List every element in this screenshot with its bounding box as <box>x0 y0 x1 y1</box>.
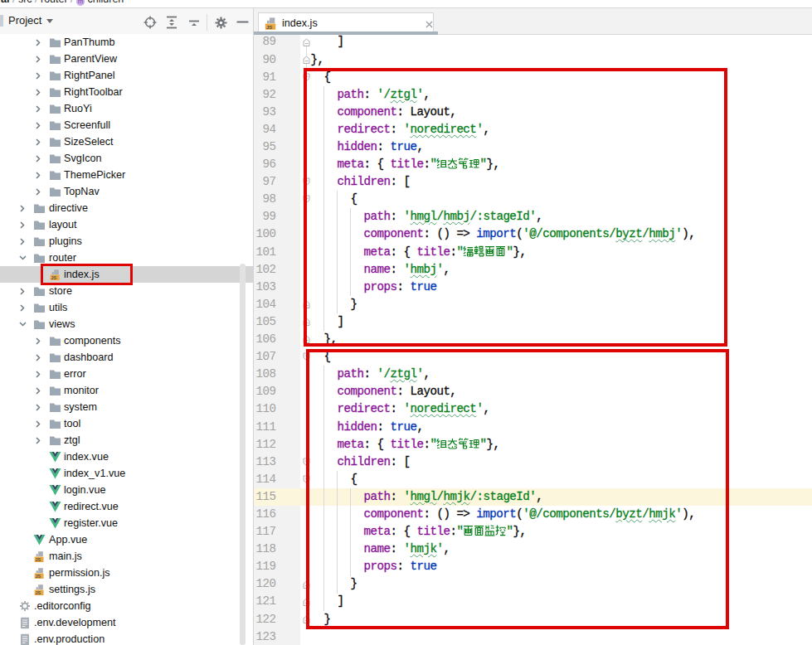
svg-text:JS: JS <box>36 574 41 579</box>
svg-text:JS: JS <box>266 24 272 30</box>
svg-text:JS: JS <box>36 557 41 562</box>
svg-text:JS: JS <box>36 590 41 595</box>
